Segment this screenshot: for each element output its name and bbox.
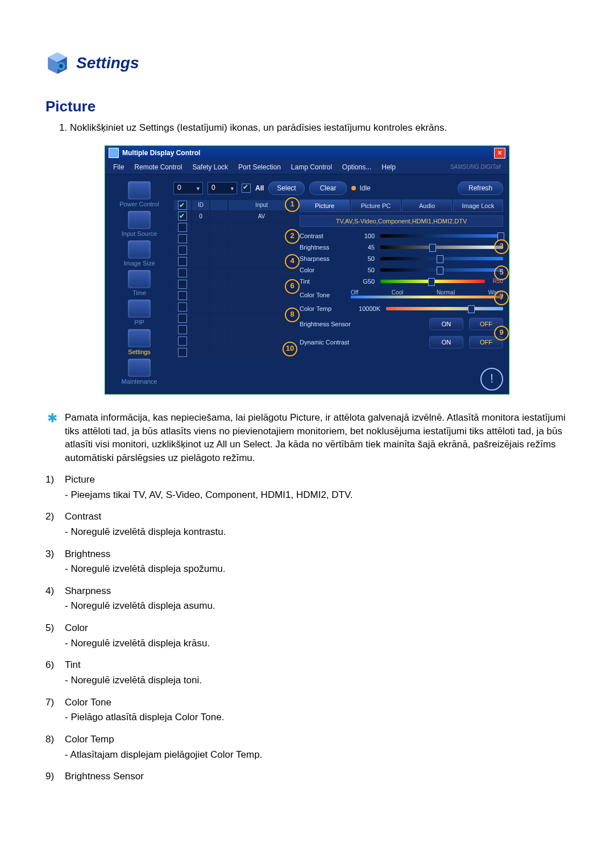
row-check[interactable]: [178, 211, 187, 221]
brightness-slider[interactable]: [380, 246, 503, 249]
sidebar-settings[interactable]: Settings: [111, 329, 168, 355]
dcontrast-on[interactable]: ON: [429, 336, 463, 348]
menu-lamp[interactable]: Lamp Control: [287, 162, 337, 172]
all-checkbox[interactable]: [242, 184, 251, 193]
window-title: Multiple Display Control: [122, 149, 200, 157]
tint-slider[interactable]: [380, 280, 485, 283]
sidebar-time[interactable]: Time: [111, 270, 168, 296]
sel-2[interactable]: 0: [208, 182, 237, 194]
tab-image-lock[interactable]: Image Lock: [453, 200, 503, 212]
menu-safety[interactable]: Safety Lock: [188, 162, 233, 172]
close-button[interactable]: ×: [494, 148, 505, 159]
bsensor-on[interactable]: ON: [429, 318, 463, 330]
grid-hdr-check: [173, 200, 192, 211]
color-slider[interactable]: [380, 268, 503, 272]
star-icon: ✱: [45, 411, 59, 465]
app-window: Multiple Display Control × File Remote C…: [105, 146, 509, 394]
callout-8: 8: [285, 308, 300, 322]
callout-7: 7: [494, 290, 509, 305]
all-label: All: [255, 184, 264, 192]
grid-hdr-status: [210, 200, 228, 211]
sidebar-pip[interactable]: PIP: [111, 300, 168, 326]
sidebar-maintenance[interactable]: Maintenance: [111, 359, 168, 385]
sidebar-input[interactable]: Input Source: [111, 211, 168, 237]
callout-2: 2: [285, 229, 300, 244]
grid-hdr-id: ID: [192, 200, 210, 211]
menu-file[interactable]: File: [109, 162, 128, 172]
tab-audio[interactable]: Audio: [402, 200, 452, 212]
callout-9: 9: [494, 326, 509, 340]
idle-dot-icon: [351, 186, 356, 190]
sidebar: Power Control Input Source Image Size Ti…: [111, 181, 168, 385]
select-button[interactable]: Select: [268, 181, 304, 195]
callout-10: 10: [283, 342, 297, 356]
sel-1[interactable]: 0: [173, 182, 203, 194]
intro-text: 1. Noklikšķiniet uz Settings (Iestatījum…: [59, 121, 569, 135]
app-icon: [109, 148, 119, 158]
section-title: Picture: [45, 98, 569, 115]
picture-panel: Picture Picture PC Audio Image Lock TV,A…: [300, 200, 503, 359]
tab-note: TV,AV,S-Video,Component,HDMI1,HDMI2,DTV: [300, 215, 503, 227]
callout-3: 3: [494, 239, 509, 254]
contrast-slider[interactable]: [380, 234, 503, 238]
callout-6: 6: [285, 279, 300, 294]
menu-options[interactable]: Options...: [338, 162, 376, 172]
callout-5: 5: [494, 265, 509, 280]
clear-button[interactable]: Clear: [309, 181, 347, 195]
display-grid: ID Input 0 AV: [173, 200, 295, 359]
menu-port[interactable]: Port Selection: [234, 162, 285, 172]
svg-point-4: [59, 64, 63, 68]
tab-picture-pc[interactable]: Picture PC: [351, 200, 401, 212]
sidebar-image-size[interactable]: Image Size: [111, 240, 168, 267]
item-list: 1)Picture- Pieejams tikai TV, AV, S-Vide…: [45, 473, 569, 784]
idle-label: Idle: [359, 184, 370, 192]
sharpness-slider[interactable]: [380, 257, 503, 260]
refresh-button[interactable]: Refresh: [458, 181, 503, 195]
page-title: Settings: [76, 54, 139, 72]
color-temp-slider[interactable]: [386, 307, 503, 310]
settings-cube-icon: [45, 51, 69, 75]
grid-row[interactable]: 0 AV: [173, 211, 295, 222]
callout-4: 4: [285, 254, 300, 269]
menu-remote[interactable]: Remote Control: [130, 162, 186, 172]
color-tone-slider[interactable]: [351, 296, 503, 298]
tab-picture[interactable]: Picture: [300, 200, 350, 212]
sidebar-power[interactable]: Power Control: [111, 181, 168, 207]
warning-icon: !: [480, 368, 503, 391]
menu-help[interactable]: Help: [377, 162, 400, 172]
callout-1: 1: [285, 197, 300, 212]
note-text: Pamata informācija, kas nepieciešama, la…: [65, 411, 569, 465]
brand-label: SAMSUNG DIGITall: [446, 163, 505, 171]
menubar: File Remote Control Safety Lock Port Sel…: [105, 160, 509, 175]
